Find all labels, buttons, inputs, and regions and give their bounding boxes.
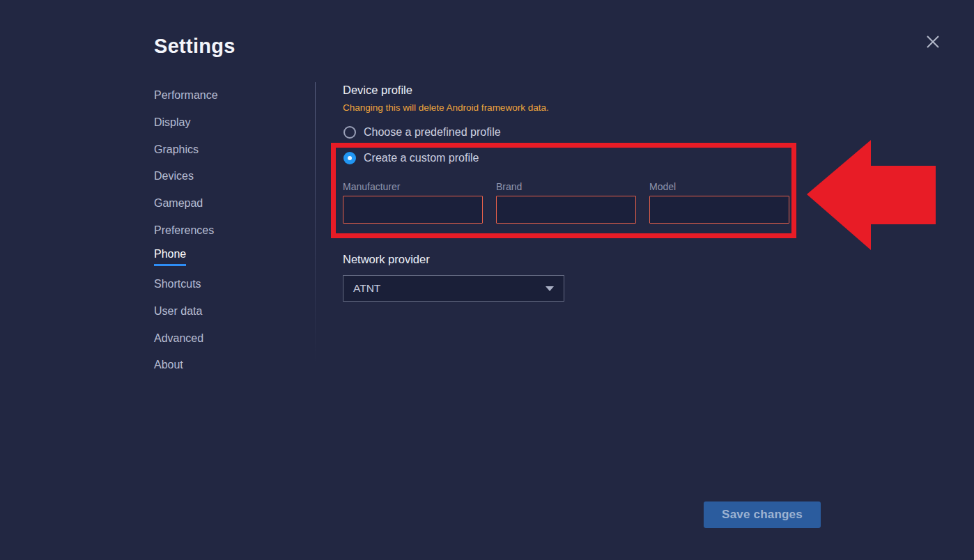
sidebar-item-display[interactable]: Display — [154, 109, 293, 137]
sidebar-item-phone[interactable]: Phone — [154, 244, 293, 271]
network-provider-select[interactable]: ATNT — [343, 275, 564, 302]
custom-profile-fields: Manufacturer Brand Model — [343, 181, 789, 224]
settings-sidebar: Performance Display Graphics Devices Gam… — [154, 82, 293, 379]
sidebar-item-devices[interactable]: Devices — [154, 163, 293, 190]
radio-predefined-profile[interactable]: Choose a predefined profile — [343, 126, 501, 139]
settings-dialog: { "dialog": { "title": "Settings" }, "si… — [0, 0, 974, 560]
sidebar-item-label: Devices — [154, 170, 194, 182]
radio-custom-label: Create a custom profile — [364, 152, 479, 164]
network-provider-value: ATNT — [353, 282, 380, 295]
device-profile-warning: Changing this will delete Android framew… — [343, 102, 549, 113]
network-provider-label: Network provider — [343, 253, 430, 266]
close-icon — [925, 34, 941, 49]
chevron-down-icon — [546, 286, 554, 291]
brand-label: Brand — [496, 181, 636, 192]
sidebar-item-gamepad[interactable]: Gamepad — [154, 190, 293, 217]
save-changes-button[interactable]: Save changes — [704, 501, 821, 528]
sidebar-item-advanced[interactable]: Advanced — [154, 325, 293, 352]
sidebar-item-label: Phone — [154, 248, 186, 266]
sidebar-item-label: Display — [154, 116, 190, 129]
sidebar-divider — [315, 82, 316, 364]
sidebar-item-label: Gamepad — [154, 197, 203, 210]
sidebar-item-label: Graphics — [154, 143, 199, 156]
manufacturer-input[interactable] — [343, 196, 483, 224]
sidebar-item-about[interactable]: About — [154, 352, 293, 379]
sidebar-item-label: About — [154, 359, 183, 371]
sidebar-item-shortcuts[interactable]: Shortcuts — [154, 271, 293, 298]
sidebar-item-label: Advanced — [154, 332, 203, 345]
sidebar-item-graphics[interactable]: Graphics — [154, 136, 293, 163]
model-input[interactable] — [649, 196, 789, 224]
radio-predefined-label: Choose a predefined profile — [364, 126, 501, 139]
sidebar-item-label: User data — [154, 305, 202, 318]
manufacturer-label: Manufacturer — [343, 181, 483, 192]
annotation-arrow-icon — [801, 136, 941, 254]
model-field-group: Model — [649, 181, 789, 224]
radio-custom-profile[interactable]: Create a custom profile — [343, 152, 479, 164]
sidebar-item-label: Shortcuts — [154, 278, 201, 290]
sidebar-item-user-data[interactable]: User data — [154, 298, 293, 325]
brand-field-group: Brand — [496, 181, 636, 224]
radio-selected-icon — [343, 152, 356, 164]
sidebar-item-performance[interactable]: Performance — [154, 82, 293, 109]
close-button[interactable] — [924, 33, 942, 51]
sidebar-item-preferences[interactable]: Preferences — [154, 217, 293, 244]
sidebar-item-label: Preferences — [154, 224, 214, 237]
manufacturer-field-group: Manufacturer — [343, 181, 483, 224]
sidebar-item-label: Performance — [154, 89, 218, 102]
radio-unselected-icon — [343, 126, 356, 139]
page-title: Settings — [154, 35, 235, 58]
model-label: Model — [649, 181, 789, 192]
brand-input[interactable] — [496, 196, 636, 224]
section-title-device-profile: Device profile — [343, 84, 412, 97]
